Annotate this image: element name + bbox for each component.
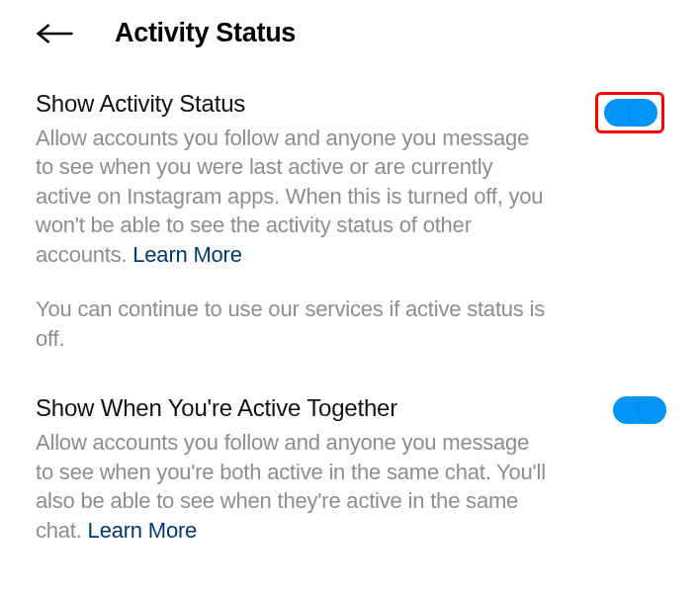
setting-title: Show When You're Active Together [36, 394, 550, 422]
learn-more-link[interactable]: Learn More [132, 242, 242, 267]
toggle-highlight-box [595, 92, 664, 133]
setting-active-together: Show When You're Active Together Allow a… [36, 394, 664, 545]
toggle-knob [639, 396, 666, 424]
active-together-toggle[interactable] [613, 396, 664, 424]
setting-description: Allow accounts you follow and anyone you… [36, 428, 550, 545]
learn-more-link[interactable]: Learn More [88, 518, 198, 543]
setting-description: Allow accounts you follow and anyone you… [36, 124, 550, 269]
back-arrow-icon[interactable] [36, 22, 75, 45]
setting-title: Show Activity Status [36, 90, 550, 118]
setting-show-activity-status: Show Activity Status Allow accounts you … [36, 90, 664, 353]
header-bar: Activity Status [0, 0, 700, 72]
setting-description-text: Allow accounts you follow and anyone you… [36, 126, 543, 267]
activity-status-toggle[interactable] [604, 99, 656, 127]
toggle-knob [630, 99, 657, 127]
settings-list: Show Activity Status Allow accounts you … [0, 72, 700, 545]
page-title: Activity Status [115, 18, 296, 48]
setting-note: You can continue to use our services if … [36, 295, 550, 353]
